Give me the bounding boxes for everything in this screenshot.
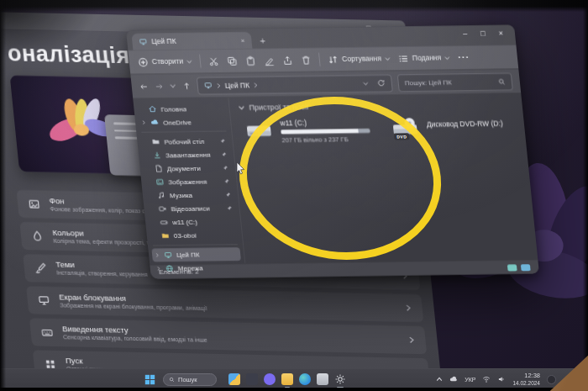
forward-button[interactable]	[154, 82, 164, 91]
rename-button[interactable]	[263, 55, 275, 66]
tray-overflow-chevron-icon[interactable]	[436, 376, 443, 383]
paste-button[interactable]	[244, 55, 256, 66]
address-bar[interactable]: Цей ПК	[197, 74, 393, 94]
expand-chevron-icon[interactable]	[155, 252, 160, 257]
more-options-button[interactable]: ···	[458, 52, 470, 62]
sidebar-item-03-oboi[interactable]: 03-oboi	[150, 228, 239, 242]
view-button[interactable]: Подання	[397, 52, 451, 64]
hard-drive-icon	[244, 119, 275, 140]
onedrive-cloud-icon	[150, 118, 160, 126]
notification-center-icon[interactable]	[547, 375, 556, 384]
taskbar-clock[interactable]: 12:38 14.02.2024	[512, 373, 540, 386]
tray-date: 14.02.2024	[512, 380, 540, 386]
chevron-right-icon	[253, 82, 260, 87]
file-explorer-window: Цей ПК × + – □ × Створити Сортування	[126, 25, 539, 279]
sidebar-divider	[141, 130, 226, 132]
language-indicator[interactable]: УКР	[465, 377, 475, 383]
edge-browser-icon[interactable]	[299, 373, 311, 385]
lockscreen-icon	[37, 293, 51, 306]
devices-and-drives-header[interactable]: Пристрої та носії	[238, 100, 514, 113]
capacity-text: 207 ГБ вільно з 237 ГБ	[281, 135, 371, 144]
sidebar-item-onedrive[interactable]: OneDrive	[138, 114, 228, 129]
text-input-icon	[40, 326, 55, 339]
drive-tile-c[interactable]: w11 (C:) 207 ГБ вільно з 237 ГБ	[244, 118, 371, 145]
sidebar-item-music[interactable]: Музика	[145, 188, 235, 202]
cut-button[interactable]	[207, 55, 219, 66]
new-tab-button[interactable]: +	[260, 36, 266, 46]
widgets-icon[interactable]	[228, 373, 240, 385]
photos-app-icon[interactable]	[317, 373, 328, 385]
explorer-close-button[interactable]: ×	[498, 29, 503, 37]
chevron-down-icon	[385, 55, 391, 61]
sidebar-item-pictures[interactable]: Зображення	[144, 174, 234, 188]
drive-tile-dvd[interactable]: DVD Дисковод DVD-RW (D:)	[391, 116, 505, 143]
drive-name: Дисковод DVD-RW (D:)	[426, 119, 503, 129]
store-app-icon[interactable]	[264, 373, 276, 385]
onedrive-tray-icon[interactable]	[449, 375, 458, 383]
downloads-icon	[153, 151, 162, 159]
search-icon	[497, 77, 506, 85]
folder-icon	[160, 231, 170, 240]
delete-button[interactable]	[300, 54, 312, 65]
large-icons-view-toggle[interactable]	[521, 264, 531, 271]
search-placeholder: Пошук: Цей ПК	[404, 77, 494, 86]
copy-button[interactable]	[226, 55, 238, 66]
music-icon	[156, 191, 165, 199]
up-button[interactable]	[181, 81, 192, 90]
new-button[interactable]: Створити	[137, 55, 193, 67]
sidebar-item-downloads[interactable]: Завантаження	[141, 147, 231, 161]
sort-icon	[327, 54, 339, 65]
themes-icon	[34, 262, 48, 274]
explorer-maximize-button[interactable]: □	[480, 30, 486, 38]
chevron-right-icon	[407, 336, 416, 344]
sidebar-item-this-pc[interactable]: Цей ПК	[151, 247, 241, 262]
drive-icon	[160, 218, 169, 226]
taskbar-search[interactable]: Пошук	[163, 373, 217, 386]
explorer-minimize-button[interactable]: –	[463, 30, 468, 38]
explorer-content: Пристрої та носії w11 (C:) 207 ГБ вільно…	[228, 93, 538, 263]
sidebar-item-videos[interactable]: Відеозаписи	[147, 201, 237, 215]
items-count: Елементів: 2	[159, 268, 199, 277]
plus-circle-icon	[137, 56, 149, 67]
sidebar-item-home[interactable]: Головна	[137, 101, 227, 115]
sort-button[interactable]: Сортування	[327, 53, 391, 65]
back-button[interactable]	[139, 82, 149, 91]
sidebar-item-documents[interactable]: Документи	[143, 161, 233, 175]
details-view-toggle[interactable]	[507, 264, 517, 271]
desktop-folder-icon	[151, 137, 160, 145]
explorer-tab-this-pc[interactable]: Цей ПК ×	[131, 32, 252, 50]
refresh-button[interactable]	[376, 79, 386, 87]
explorer-sidebar: Головна OneDrive Робочий стіл Завантажен…	[133, 98, 245, 264]
file-explorer-icon[interactable]	[281, 373, 293, 385]
this-pc-icon	[139, 38, 148, 46]
chevron-down-icon	[238, 104, 245, 111]
volume-icon[interactable]	[497, 375, 506, 383]
breadcrumb[interactable]: Цей ПК	[224, 81, 249, 89]
settings-app-icon[interactable]	[334, 373, 346, 385]
address-dropdown-icon[interactable]	[362, 80, 369, 86]
this-pc-icon	[203, 82, 213, 90]
sidebar-item-desktop[interactable]: Робочий стіл	[140, 134, 230, 148]
monitor-bezel-top	[0, 0, 588, 12]
sidebar-item-w11-c[interactable]: w11 (C:)	[148, 214, 238, 229]
pictures-icon	[155, 177, 165, 186]
tray-time: 12:38	[512, 373, 540, 380]
monitor-bezel-bottom	[0, 388, 588, 391]
settings-row-text-input[interactable]: Виведення тексту Сенсорна клавіатура, го…	[29, 318, 427, 354]
recent-locations-button[interactable]	[169, 82, 176, 89]
colors-icon	[30, 230, 45, 242]
pin-icon	[225, 192, 232, 198]
pin-icon	[223, 178, 230, 184]
row-subtitle: Колірна тема, ефекти прозорості, тема	[53, 238, 160, 247]
network-wifi-icon[interactable]	[482, 375, 491, 383]
monitor-bezel-left	[0, 0, 6, 391]
settings-row-lockscreen[interactable]: Екран блокування Зображення на екрані бл…	[26, 286, 423, 322]
expand-chevron-icon[interactable]	[141, 120, 147, 125]
tab-close-icon[interactable]: ×	[240, 37, 245, 45]
search-box[interactable]: Пошук: Цей ПК	[397, 72, 513, 92]
pin-icon	[221, 151, 228, 157]
start-button[interactable]	[144, 374, 155, 385]
share-button[interactable]	[281, 55, 293, 66]
background-icon	[27, 198, 41, 210]
chat-app-icon[interactable]	[246, 373, 258, 385]
